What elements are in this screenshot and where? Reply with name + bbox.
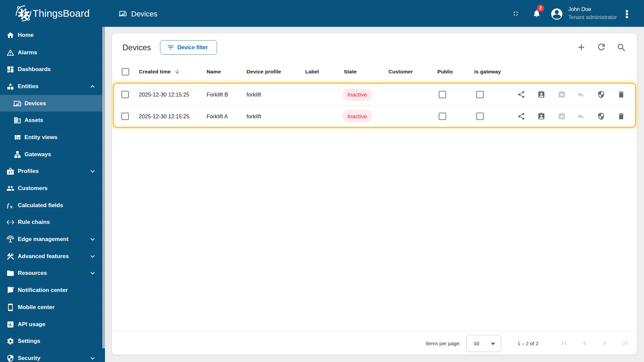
svg-text:f: f: [7, 202, 10, 208]
svg-text:x: x: [10, 204, 13, 209]
